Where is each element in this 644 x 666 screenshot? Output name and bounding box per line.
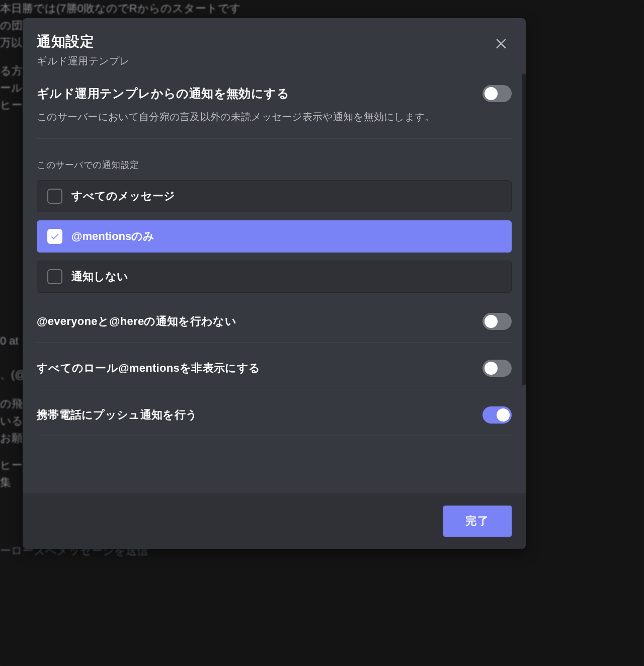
radio-box bbox=[47, 189, 62, 204]
done-button[interactable]: 完了 bbox=[443, 506, 512, 537]
toggle-knob bbox=[485, 362, 498, 375]
bg-text: 、(@ bbox=[0, 367, 26, 382]
divider bbox=[37, 138, 512, 139]
suppress-roles-toggle[interactable] bbox=[482, 360, 512, 377]
mobile-push-row: 携帯電話にプッシュ通知を行う bbox=[37, 403, 512, 436]
bg-text: 本日勝では(7勝0敗なのでRからのスタートです bbox=[0, 1, 241, 16]
modal-title: 通知設定 bbox=[37, 32, 130, 51]
notification-settings-modal: 通知設定 ギルド運用テンプレ ギルド運用テンプレからの通知を無効にする このサー… bbox=[23, 18, 526, 549]
notification-radio-group: すべてのメッセージ @mentionsのみ 通知しない bbox=[37, 180, 512, 293]
radio-label: @mentionsのみ bbox=[71, 229, 154, 244]
modal-footer: 完了 bbox=[23, 493, 526, 549]
radio-nothing[interactable]: 通知しない bbox=[37, 261, 512, 293]
mute-server-title: ギルド運用テンプレからの通知を無効にする bbox=[37, 86, 289, 102]
mute-server-toggle[interactable] bbox=[482, 85, 512, 102]
modal-body: 通知設定 ギルド運用テンプレ ギルド運用テンプレからの通知を無効にする このサー… bbox=[23, 18, 526, 493]
mobile-push-toggle[interactable] bbox=[482, 406, 512, 424]
toggle-label: すべてのロール@mentionsを非表示にする bbox=[37, 361, 260, 376]
mute-server-description: このサーバーにおいて自分宛の言及以外の未読メッセージ表示や通知を無効にします。 bbox=[37, 109, 512, 124]
radio-box bbox=[47, 229, 62, 244]
scrollbar-thumb[interactable] bbox=[522, 73, 526, 385]
toggle-knob bbox=[497, 408, 510, 422]
radio-mentions-only[interactable]: @mentionsのみ bbox=[37, 220, 512, 253]
toggle-label: @everyoneと@hereの通知を行わない bbox=[37, 314, 236, 329]
radio-label: 通知しない bbox=[71, 269, 128, 284]
bg-text: いる bbox=[0, 413, 23, 429]
bg-text: 集 bbox=[0, 475, 11, 490]
mute-server-section: ギルド運用テンプレからの通知を無効にする このサーバーにおいて自分宛の言及以外の… bbox=[37, 85, 512, 139]
radio-box bbox=[47, 269, 62, 284]
toggle-knob bbox=[485, 315, 498, 328]
toggle-section: @everyoneと@hereの通知を行わない すべてのロール@mentions… bbox=[37, 310, 512, 436]
modal-subtitle: ギルド運用テンプレ bbox=[37, 54, 130, 68]
suppress-everyone-toggle[interactable] bbox=[482, 313, 512, 330]
suppress-roles-row: すべてのロール@mentionsを非表示にする bbox=[37, 357, 512, 389]
close-icon bbox=[494, 35, 509, 50]
notification-section-label: このサーバでの通知設定 bbox=[37, 159, 512, 171]
bg-text: 万以 bbox=[0, 35, 22, 50]
scrollbar[interactable] bbox=[522, 73, 526, 488]
close-button[interactable] bbox=[491, 32, 512, 53]
bg-text: ヒー bbox=[0, 98, 23, 113]
toggle-knob bbox=[485, 87, 498, 100]
radio-label: すべてのメッセージ bbox=[71, 189, 175, 204]
radio-all-messages[interactable]: すべてのメッセージ bbox=[37, 180, 512, 212]
modal-title-block: 通知設定 ギルド運用テンプレ bbox=[37, 32, 130, 68]
bg-text: ヒー bbox=[0, 458, 23, 473]
modal-header: 通知設定 ギルド運用テンプレ bbox=[37, 32, 512, 68]
suppress-everyone-row: @everyoneと@hereの通知を行わない bbox=[37, 310, 512, 343]
toggle-label: 携帯電話にプッシュ通知を行う bbox=[37, 407, 197, 423]
bg-text: 0 at bbox=[0, 335, 19, 348]
